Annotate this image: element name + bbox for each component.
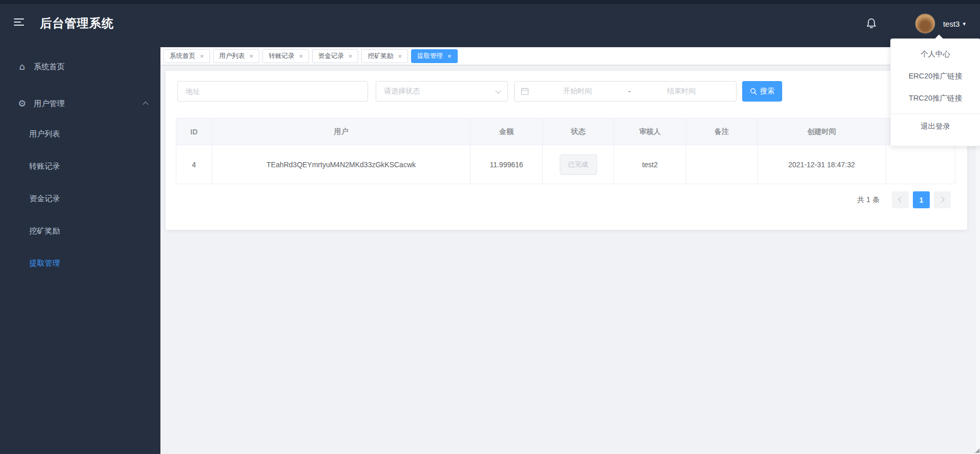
tab-transfer-records[interactable]: 转账记录 × [262,49,309,63]
sidebar-collapse-icon[interactable] [14,18,24,27]
col-created-at: 创建时间 [758,119,886,145]
tab-label: 转账记录 [269,52,294,61]
search-button[interactable]: 搜索 [742,81,782,102]
tab-withdrawal-management[interactable]: 提取管理 × [411,49,458,63]
chevron-right-icon [938,196,944,202]
cell-status: 已完成 [543,145,614,184]
sidebar-item-fund-records[interactable]: 资金记录 [0,183,160,215]
status-completed-badge[interactable]: 已完成 [560,154,597,175]
sidebar-group-label: 用户管理 [34,99,65,109]
tab-user-list[interactable]: 用户列表 × [213,49,260,63]
col-status: 状态 [543,119,614,145]
table-row: 4 TEahRd3QEYmrtyuM4N2MKd33zGkKSCacwk 11.… [176,145,955,184]
tab-fund-records[interactable]: 资金记录 × [312,49,359,63]
chevron-down-icon [495,88,501,93]
gear-icon: ⚙ [17,99,27,108]
content-card: 请选择状态 开始时间 - 结束时间 搜索 ID 用户 [166,71,967,230]
date-range-picker[interactable]: 开始时间 - 结束时间 [514,81,737,102]
start-date-placeholder[interactable]: 开始时间 [529,87,626,96]
window-top-strip [0,0,980,4]
next-page-button[interactable] [934,191,951,208]
tab-label: 提取管理 [417,52,443,61]
table-header-row: ID 用户 金额 状态 审核人 备注 创建时间 [176,119,955,145]
status-select[interactable]: 请选择状态 [376,81,508,102]
end-date-placeholder[interactable]: 结束时间 [632,87,730,96]
pagination: 共 1 条 1 [166,191,967,208]
search-button-label: 搜索 [760,87,774,96]
home-icon: ⌂ [17,62,27,71]
sub-item-label: 资金记录 [29,194,60,204]
username-label[interactable]: test3 [943,19,960,28]
open-tabs-bar: 系统首页 × 用户列表 × 转账记录 × 资金记录 × 挖矿奖励 × 提取管理 … [160,47,980,65]
cell-user-address: TEahRd3QEYmrtyuM4N2MKd33zGkKSCacwk [212,145,471,184]
user-caret-down-icon[interactable]: ▾ [963,21,966,27]
search-icon [750,88,757,95]
chevron-left-icon [898,196,904,202]
user-avatar[interactable] [915,13,935,34]
sidebar-item-withdrawal-management[interactable]: 提取管理 [0,247,160,280]
tab-label: 挖矿奖励 [368,52,393,61]
app-header: 后台管理系统 test3 ▾ [0,0,980,47]
tab-close-icon[interactable]: × [299,53,303,60]
notification-bell-icon[interactable] [865,17,878,30]
tab-close-icon[interactable]: × [200,53,204,60]
chevron-up-icon [142,102,148,107]
filter-bar: 请选择状态 开始时间 - 结束时间 搜索 [166,71,967,102]
app-title: 后台管理系统 [40,15,114,31]
cell-amount: 11.999616 [471,145,543,184]
col-reviewer: 审核人 [614,119,686,145]
cell-id: 4 [176,145,212,184]
calendar-icon [521,87,529,95]
sidebar-item-transfer-records[interactable]: 转账记录 [0,150,160,183]
col-remark: 备注 [686,119,758,145]
tab-label: 系统首页 [170,52,195,61]
sidebar-group-user-management[interactable]: ⚙ 用户管理 [0,89,160,118]
col-id: ID [176,119,212,145]
tab-mining-rewards[interactable]: 挖矿奖励 × [361,49,408,63]
cell-reviewer: test2 [614,145,686,184]
tab-label: 资金记录 [318,52,344,61]
col-amount: 金额 [471,119,543,145]
page-number-1[interactable]: 1 [913,191,930,208]
menu-item-logout[interactable]: 退出登录 [891,114,980,139]
sub-item-label: 转账记录 [29,162,60,171]
cell-actions [886,145,955,184]
status-select-placeholder: 请选择状态 [384,87,420,96]
withdrawals-table: ID 用户 金额 状态 审核人 备注 创建时间 4 TEahRd3QEYmrty… [176,118,955,184]
sub-item-label: 提取管理 [29,259,60,268]
address-input[interactable] [177,81,368,102]
sidebar-item-user-list[interactable]: 用户列表 [0,118,160,150]
user-dropdown-menu: 个人中心 ERC20推广链接 TRC20推广链接 退出登录 [890,38,980,146]
tab-close-icon[interactable]: × [447,53,452,60]
sidebar-item-home[interactable]: ⌂ 系统首页 [0,52,160,81]
tab-label: 用户列表 [219,52,245,61]
menu-item-erc20-link[interactable]: ERC20推广链接 [891,65,980,87]
sub-item-label: 挖矿奖励 [29,226,60,236]
sub-item-label: 用户列表 [29,129,60,139]
scrollbar-corner-grip [975,448,979,453]
prev-page-button[interactable] [892,191,909,208]
pagination-total: 共 1 条 [857,195,880,205]
col-user: 用户 [212,119,471,145]
cell-remark [686,145,758,184]
cell-created-at: 2021-12-31 18:47:32 [758,145,886,184]
tab-home[interactable]: 系统首页 × [164,49,210,63]
sidebar-item-label: 系统首页 [34,62,65,72]
sidebar-item-mining-rewards[interactable]: 挖矿奖励 [0,215,160,247]
menu-item-profile[interactable]: 个人中心 [891,43,980,65]
date-range-separator: - [626,87,633,95]
tab-close-icon[interactable]: × [398,53,402,60]
sidebar: ⌂ 系统首页 ⚙ 用户管理 用户列表 转账记录 资金记录 挖矿奖励 提取管理 [0,47,160,454]
menu-item-trc20-link[interactable]: TRC20推广链接 [891,87,980,109]
tab-close-icon[interactable]: × [250,53,254,60]
tab-close-icon[interactable]: × [349,53,353,60]
